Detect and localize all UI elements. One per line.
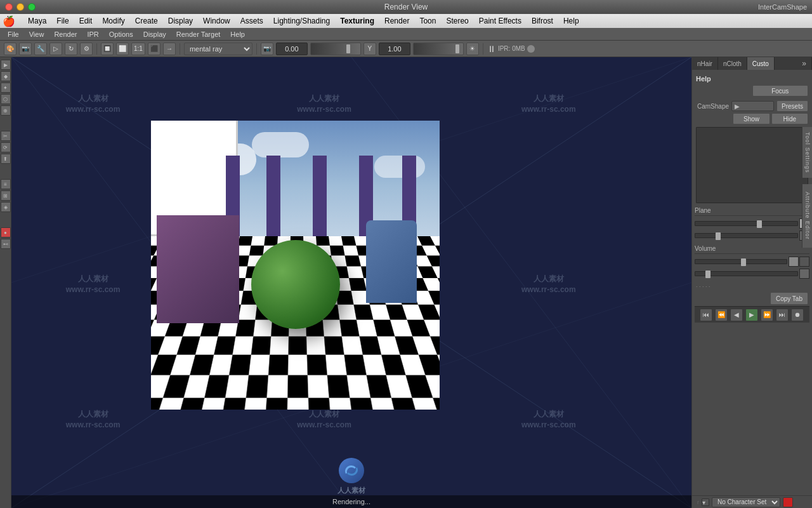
apple-menu[interactable]: 🍎 [3, 15, 15, 27]
toolbar-icon-7[interactable]: 🔲 [101, 43, 114, 55]
focus-button[interactable]: Focus [752, 85, 809, 97]
tab-nhair[interactable]: nHair [692, 57, 718, 70]
attr-help-label: Help [695, 72, 809, 85]
menu-bifrost[interactable]: Bifrost [527, 17, 558, 25]
rv-menu-display[interactable]: Display [138, 28, 171, 41]
toolbar-icon-cam[interactable]: 📷 [261, 43, 273, 55]
rv-menu-ipr[interactable]: IPR [82, 28, 103, 41]
sidebar-icon-10[interactable]: ⊞ [1, 190, 11, 201]
rendering-label: Rendering... [332, 498, 370, 505]
sidebar-icon-2[interactable]: ◆ [1, 71, 11, 81]
transport-play[interactable]: ▶ [745, 309, 758, 321]
left-sidebar: ▶ ◆ ✦ ⬡ ⊕ ✂ ⟳ ⬆ ≡ ⊞ ◈ ● ⊷ [0, 57, 11, 508]
rv-menu-file[interactable]: File [3, 28, 24, 41]
menu-window[interactable]: Window [198, 17, 235, 25]
menu-edit[interactable]: Edit [74, 17, 98, 25]
toolbar-icon-y[interactable]: Y [363, 43, 376, 55]
toolbar-icon-2[interactable]: 📷 [19, 43, 32, 55]
window-controls[interactable] [5, 3, 36, 11]
sidebar-icon-12[interactable]: ● [1, 227, 11, 237]
value2-input[interactable] [379, 43, 410, 55]
volume-swatch-3[interactable] [799, 269, 809, 279]
renderer-dropdown[interactable]: mental ray Maya Software Maya Hardware [184, 43, 252, 55]
rv-menu-render[interactable]: Render [49, 28, 82, 41]
close-btn[interactable] [5, 3, 13, 11]
sidebar-icon-7[interactable]: ⟳ [1, 142, 11, 152]
sidebar-icon-5[interactable]: ⊕ [1, 105, 11, 116]
sidebar-icon-6[interactable]: ✂ [1, 131, 11, 141]
menu-paint-effects[interactable]: Paint Effects [474, 17, 527, 25]
ipr-label: IPR: 0MB [498, 45, 525, 52]
ipr-dot [527, 45, 535, 53]
char-set-red-btn[interactable] [783, 497, 793, 507]
transport-next[interactable]: ⏩ [761, 309, 773, 321]
rv-menu-options[interactable]: Options [104, 28, 138, 41]
copy-tab-button[interactable]: Copy Tab [770, 292, 808, 305]
logo-circle [339, 458, 364, 483]
presets-button[interactable]: Presets [776, 100, 808, 112]
tab-custom[interactable]: Custo [747, 57, 775, 70]
char-set-select[interactable]: No Character Set [712, 497, 780, 507]
hide-button[interactable]: Hide [771, 113, 808, 124]
toolbar-icon-9[interactable]: ⬛ [148, 43, 160, 55]
volume-row-2 [695, 268, 809, 279]
menu-display[interactable]: Display [163, 17, 198, 25]
toolbar-icon-6[interactable]: ⚙ [80, 43, 93, 55]
menu-file[interactable]: File [51, 17, 74, 25]
toolbar-icon-5[interactable]: ↻ [65, 43, 77, 55]
plane-title: Plane [695, 206, 809, 216]
sidebar-icon-8[interactable]: ⬆ [1, 154, 11, 164]
menu-lighting-shading[interactable]: Lighting/Shading [268, 17, 335, 25]
rv-menu-render-target[interactable]: Render Target [171, 28, 226, 41]
menu-assets[interactable]: Assets [235, 17, 268, 25]
transport-skip-start[interactable]: ⏮ [700, 309, 712, 321]
value1-input[interactable] [276, 43, 308, 55]
toolbar-slider[interactable] [310, 43, 361, 55]
plane-slider-1[interactable] [695, 221, 798, 226]
exposure-btn[interactable]: ☀ [466, 43, 479, 55]
menu-maya[interactable]: Maya [23, 17, 51, 25]
transport-next-key[interactable]: ⏭ [776, 309, 789, 321]
menu-modify[interactable]: Modify [97, 17, 129, 25]
menu-create[interactable]: Create [130, 17, 163, 25]
toolbar-icon-1[interactable]: 🎨 [4, 43, 16, 55]
menu-texturing[interactable]: Texturing [335, 17, 379, 25]
transport-prev[interactable]: ◀ [730, 309, 743, 321]
toolbar-icon-10[interactable]: → [163, 43, 176, 55]
minimize-btn[interactable] [16, 3, 24, 11]
volume-slider-2[interactable] [695, 271, 798, 276]
sidebar-icon-9[interactable]: ≡ [1, 179, 11, 189]
watermark-2: 人人素材www.rr-sc.com [297, 93, 351, 115]
menu-render[interactable]: Render [379, 17, 414, 25]
tab-ncloth[interactable]: nCloth [718, 57, 747, 70]
rv-menu-help[interactable]: Help [225, 28, 250, 41]
center-logo: 人人素材 [337, 458, 365, 495]
menu-stereo[interactable]: Stereo [441, 17, 473, 25]
rv-menu-view[interactable]: View [24, 28, 49, 41]
sidebar-icon-13[interactable]: ⊷ [1, 239, 11, 249]
titlebar-right-label: InterCamShape [758, 3, 807, 11]
toolbar-icon-8[interactable]: ⬜ [116, 43, 129, 55]
sidebar-icon-1[interactable]: ▶ [1, 60, 11, 70]
sidebar-icon-11[interactable]: ◈ [1, 202, 11, 212]
ratio-display[interactable]: 1:1 [131, 43, 145, 55]
menu-help[interactable]: Help [558, 17, 584, 25]
toolbar-icon-4[interactable]: ▷ [49, 43, 62, 55]
toolbar-slider2[interactable] [413, 43, 464, 55]
tool-settings-tab[interactable]: Tool Settings [802, 127, 812, 178]
transport-prev-key[interactable]: ⏪ [715, 309, 728, 321]
sidebar-icon-3[interactable]: ✦ [1, 83, 11, 93]
maximize-btn[interactable] [28, 3, 36, 11]
attribute-editor-tab[interactable]: Attribute Editor [802, 184, 812, 248]
char-set-arrow[interactable]: ▾ [702, 498, 709, 506]
toolbar-icon-3[interactable]: 🔧 [34, 43, 47, 55]
expand-btn[interactable]: » [797, 57, 812, 70]
volume-slider-1[interactable] [695, 259, 787, 264]
menu-toon[interactable]: Toon [414, 17, 441, 25]
volume-swatch-2[interactable] [799, 257, 809, 267]
transport-record[interactable]: ⏺ [791, 309, 804, 321]
plane-slider-2[interactable] [695, 233, 798, 238]
sidebar-icon-4[interactable]: ⬡ [1, 94, 11, 104]
show-button[interactable]: Show [733, 113, 769, 124]
volume-swatch-1[interactable] [789, 257, 799, 267]
